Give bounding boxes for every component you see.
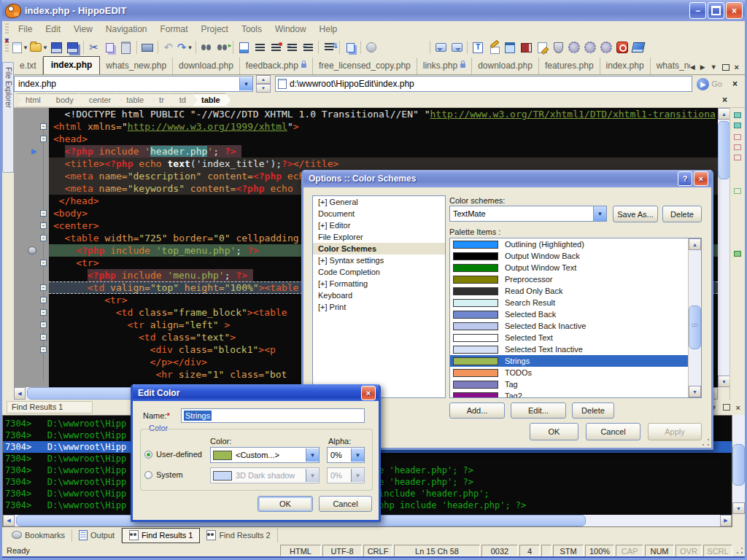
- find-vscrollbar[interactable]: [732, 415, 745, 514]
- options-ok-button[interactable]: OK: [530, 423, 578, 440]
- file-tab-free_licensed_copy-php[interactable]: free_licensed_copy.php: [313, 58, 417, 74]
- options-category--syntax-settings[interactable]: [+] Syntax settings: [313, 254, 445, 266]
- find-vscroll-thumb[interactable]: [732, 444, 745, 486]
- menu-file[interactable]: File: [12, 22, 39, 36]
- file-templates-button[interactable]: [470, 39, 486, 55]
- fold-toggle-icon[interactable]: -: [40, 334, 47, 341]
- edit-color-close-button[interactable]: ×: [361, 386, 376, 400]
- color-scheme-select[interactable]: TextMate: [449, 206, 607, 222]
- find-button[interactable]: [198, 39, 214, 55]
- palette-item-read-only-back[interactable]: Read Only Back: [450, 285, 701, 297]
- palette-item-outlining-highlighted-[interactable]: Outlining (Highlighted): [450, 238, 701, 250]
- breadcrumb-item-table-3[interactable]: table: [117, 93, 155, 107]
- spinner-down-icon[interactable]: [256, 84, 271, 93]
- scroll-down-icon[interactable]: [718, 376, 730, 387]
- indent-button[interactable]: [284, 39, 300, 55]
- scroll-left-icon[interactable]: [14, 387, 26, 400]
- palette-item-todos[interactable]: TODOs: [450, 367, 701, 378]
- panel-tab-bookmarks[interactable]: Bookmarks: [5, 529, 72, 542]
- change-marker-icon[interactable]: [734, 188, 741, 194]
- palette-item-selected-back[interactable]: Selected Back: [450, 308, 701, 320]
- title-bar[interactable]: index.php - HippoEDIT − ×: [0, 0, 747, 21]
- palette-scroll-down-icon[interactable]: [689, 386, 701, 397]
- system-radio[interactable]: System: [144, 470, 183, 479]
- options-category-file-explorer[interactable]: File Explorer: [313, 231, 445, 243]
- breadcrumb-item-body-1[interactable]: body: [47, 93, 85, 107]
- address-input[interactable]: d:\wwwroot\HippoEdit\index.php: [275, 76, 692, 92]
- outdent-button[interactable]: [300, 39, 316, 55]
- palette-item-selected-text-inactive[interactable]: Selected Text Inactive: [450, 343, 701, 355]
- help-contents-button[interactable]: [518, 39, 534, 55]
- custom-combo-arrow-icon[interactable]: [306, 448, 319, 462]
- settings-editor-button[interactable]: [566, 39, 582, 55]
- save-button[interactable]: [49, 39, 65, 55]
- edit-color-button[interactable]: Edit...: [511, 402, 566, 419]
- dropdown-arrow-icon[interactable]: [42, 44, 48, 51]
- format-document-button[interactable]: [252, 39, 268, 55]
- go-button[interactable]: [697, 78, 709, 90]
- close-button[interactable]: ×: [726, 2, 743, 19]
- breadcrumb-item-table-6[interactable]: table: [192, 93, 231, 107]
- fold-toggle-icon[interactable]: -: [40, 297, 47, 303]
- delete-color-button[interactable]: Delete: [572, 402, 614, 419]
- options-dialog-titlebar[interactable]: Options :: Color Schemes ? ×: [303, 170, 711, 187]
- alpha-combo-arrow-icon[interactable]: [351, 448, 364, 462]
- scheme-combo-arrow-icon[interactable]: [593, 206, 606, 221]
- palette-item-output-window-text[interactable]: Output Window Text: [450, 262, 701, 273]
- address-close-icon[interactable]: ×: [732, 79, 738, 89]
- editor-vscroll-thumb[interactable]: [718, 121, 730, 179]
- palette-item-strings[interactable]: Strings: [450, 355, 701, 367]
- fold-toggle-icon[interactable]: -: [40, 235, 47, 241]
- panel-close-icon[interactable]: ×: [736, 403, 740, 412]
- find-scroll-right-icon[interactable]: [720, 515, 732, 526]
- spinner-up-icon[interactable]: [256, 75, 271, 84]
- color-name-input[interactable]: Strings: [181, 408, 365, 423]
- change-marker-icon[interactable]: [734, 112, 741, 118]
- tab-close-icon[interactable]: ×: [735, 63, 739, 71]
- tab-scroll-right-icon[interactable]: [700, 63, 705, 71]
- palette-item-selected-text[interactable]: Selected Text: [450, 332, 701, 343]
- resize-grip[interactable]: [735, 546, 744, 555]
- dropdown-arrow-icon[interactable]: [187, 44, 193, 51]
- copy-button[interactable]: [102, 39, 118, 55]
- options-category-document[interactable]: Document: [313, 208, 445, 219]
- file-tab-download-php[interactable]: download.php: [472, 58, 539, 74]
- palette-item-output-window-back[interactable]: Output Window Back: [450, 250, 701, 262]
- options-category--formatting[interactable]: [+] Formatting: [313, 278, 445, 289]
- panel-tab-output[interactable]: Output: [72, 529, 122, 542]
- file-tab-feedback-php[interactable]: feedback.php: [240, 58, 313, 74]
- edit-color-titlebar[interactable]: Edit Color ×: [133, 384, 379, 401]
- next-message-button[interactable]: [449, 39, 465, 55]
- sidebar-tab-file-explorer[interactable]: File Explorer: [2, 62, 14, 173]
- next-bookmark-button[interactable]: [379, 39, 395, 55]
- file-tab-whats_new-php[interactable]: whats_new.php: [100, 58, 173, 74]
- editor-vscrollbar[interactable]: [718, 108, 730, 387]
- prev-message-button[interactable]: [433, 39, 449, 55]
- new-file-button[interactable]: [12, 39, 29, 55]
- add-color-button[interactable]: Add...: [449, 402, 505, 419]
- settings-project-button[interactable]: [582, 39, 598, 55]
- menu-format[interactable]: Format: [154, 22, 195, 36]
- syntax-check-button[interactable]: [236, 39, 252, 55]
- copy-formatted-button[interactable]: [342, 39, 358, 55]
- scroll-up-icon[interactable]: [718, 108, 730, 120]
- about-button[interactable]: [630, 39, 646, 55]
- options-category--print[interactable]: [+] Print: [313, 301, 445, 313]
- breadcrumb-item-center-2[interactable]: center: [80, 93, 123, 107]
- tab-maximize-icon[interactable]: [722, 64, 729, 71]
- palette-item-search-result[interactable]: Search Result: [450, 297, 701, 308]
- fold-toggle-icon[interactable]: -: [40, 284, 47, 291]
- file-tab-features-php[interactable]: features.php: [539, 58, 600, 74]
- fold-toggle-icon[interactable]: -: [40, 222, 47, 229]
- menu-navigation[interactable]: Navigation: [99, 22, 154, 36]
- find-in-files-button[interactable]: [214, 39, 231, 55]
- options-category--editor[interactable]: [+] Editor: [313, 219, 445, 231]
- toggle-bookmark-button[interactable]: [363, 39, 379, 55]
- options-cancel-button[interactable]: Cancel: [586, 423, 640, 440]
- delete-scheme-button[interactable]: Delete: [662, 206, 702, 222]
- breadcrumb-close-icon[interactable]: ×: [722, 95, 727, 105]
- palette-scroll-up-icon[interactable]: [689, 238, 701, 250]
- menu-edit[interactable]: Edit: [39, 22, 67, 36]
- open-file-button[interactable]: [29, 39, 49, 55]
- panel-tab-find-results-1[interactable]: Find Results 1: [122, 528, 200, 543]
